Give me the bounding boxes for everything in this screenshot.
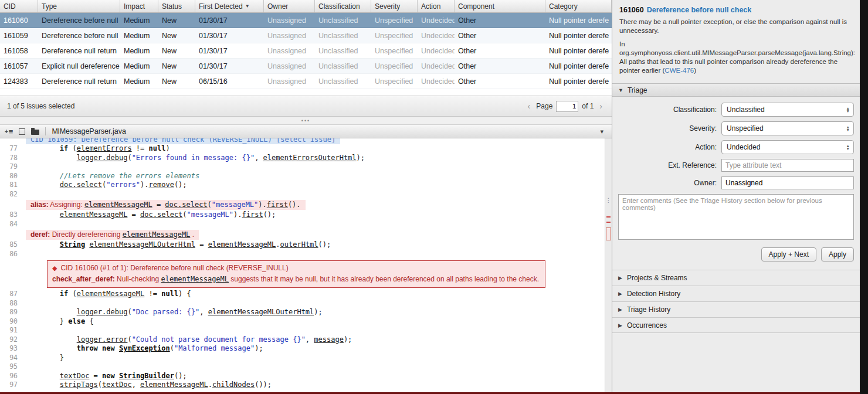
pane-splitter-handle[interactable]: ••• <box>0 117 612 124</box>
code-identifier-link[interactable]: elementErrorsOuterHtml <box>263 154 357 162</box>
line-number: 87 <box>0 290 26 299</box>
input-owner[interactable] <box>721 176 854 189</box>
section-detection-history[interactable]: ▶Detection History <box>612 286 860 301</box>
table-row[interactable]: 161058Dereference null returnMediumNew01… <box>0 43 612 59</box>
table-row[interactable]: 161060Dereference before nullMediumNew01… <box>0 13 612 28</box>
cell: Unclassified <box>315 77 371 86</box>
line-number: 77 <box>0 144 26 154</box>
column-header-owner[interactable]: Owner <box>264 0 315 12</box>
event-marker <box>606 216 611 218</box>
left-pane: CIDTypeImpactStatusFirst Detected▼OwnerC… <box>0 0 612 394</box>
cell: Unassigned <box>264 77 315 86</box>
column-header-label: Type <box>42 2 57 11</box>
comments-textarea[interactable] <box>618 194 854 240</box>
cell: Undecided <box>418 62 455 70</box>
column-header-component[interactable]: Component <box>455 0 545 12</box>
column-header-type[interactable]: Type <box>38 0 120 12</box>
code-identifier-link[interactable]: elementMessageMLOuterHtml <box>208 308 314 316</box>
code-identifier-link[interactable]: elementMessageML <box>161 275 229 283</box>
table-row[interactable]: 161059Dereference before nullMediumNew01… <box>0 28 612 43</box>
code-identifier-link[interactable]: logger.debug <box>77 154 128 162</box>
issue-type-title[interactable]: Dereference before null check <box>647 6 752 14</box>
code-identifier-link[interactable]: remove <box>149 181 174 189</box>
scrollbar-thumb[interactable] <box>606 227 611 240</box>
code-identifier-link[interactable]: elementMessageML <box>140 381 208 389</box>
cell: Other <box>455 47 545 55</box>
select-action[interactable]: Undecided▲▼ <box>721 140 854 154</box>
column-header-impact[interactable]: Impact <box>120 0 158 12</box>
next-page-button[interactable]: › <box>597 101 605 111</box>
folder-icon[interactable] <box>31 130 39 135</box>
code-scrollbar[interactable]: ⋮ <box>605 138 612 392</box>
code-identifier-link[interactable]: doc.select <box>165 201 207 209</box>
line-number: 97 <box>0 381 26 390</box>
selection-status: 1 of 5 issues selected <box>7 102 525 110</box>
issue-description: In org.symphonyoss.client.util.MlMessage… <box>619 40 853 75</box>
input-ext-reference[interactable] <box>721 159 854 172</box>
code-identifier-link[interactable]: String <box>60 240 85 249</box>
button-apply[interactable]: Apply <box>821 247 854 261</box>
sort-desc-icon: ▼ <box>245 4 250 9</box>
button-apply-next[interactable]: Apply + Next <box>761 247 816 261</box>
select-classification[interactable]: Unclassified▲▼ <box>721 103 854 117</box>
source-filename: MlMessageParser.java <box>52 127 126 135</box>
code-line: 86 <box>0 250 605 259</box>
code-identifier-link[interactable]: message <box>314 335 344 344</box>
event-line-partial[interactable]: CID 161059: Dereference before null chec… <box>0 138 605 144</box>
column-header-label: Impact <box>124 2 145 11</box>
cell: Dereference before null <box>38 32 120 40</box>
code-identifier-link[interactable]: first <box>267 201 288 209</box>
column-header-classification[interactable]: Classification <box>315 0 371 12</box>
code-identifier-link[interactable]: first <box>242 210 263 219</box>
code-identifier-link[interactable]: elementMessageML <box>77 290 145 298</box>
code-identifier-link[interactable]: SymException <box>119 344 170 352</box>
code-identifier-link[interactable]: elementMessageML <box>208 240 276 249</box>
code-identifier-link[interactable]: textDoc <box>60 372 90 380</box>
column-header-severity[interactable]: Severity <box>371 0 418 12</box>
file-dropdown-icon[interactable]: ▾ <box>600 128 607 135</box>
code-identifier-link[interactable]: elementErrors <box>77 144 132 152</box>
cell: Medium <box>120 32 158 40</box>
table-row[interactable]: 161057Explicit null dereferenceMediumNew… <box>0 59 612 74</box>
cell: Null pointer derefe <box>545 62 612 70</box>
table-row[interactable]: 124383Dereference null returnMediumNew06… <box>0 74 612 89</box>
triage-section-header[interactable]: ▼ Triage <box>612 83 860 97</box>
form-row: Action:Undecided▲▼ <box>612 140 860 154</box>
column-header-category[interactable]: Category <box>545 0 612 12</box>
code-identifier-link[interactable]: elementMessageML <box>60 210 128 219</box>
code-identifier-link[interactable]: elementMessageMLOuterHtml <box>89 240 195 249</box>
section-triage-history[interactable]: ▶Triage History <box>612 301 860 317</box>
select-severity[interactable]: Unspecified▲▼ <box>721 121 854 135</box>
code-lines[interactable]: CID 161059: Dereference before null chec… <box>0 138 605 392</box>
section-projects-streams[interactable]: ▶Projects & Streams <box>612 270 860 286</box>
code-identifier-link[interactable]: textDoc <box>102 381 132 389</box>
column-header-action[interactable]: Action <box>418 0 455 12</box>
page-number-input[interactable] <box>556 101 578 112</box>
chevron-down-icon: ▼ <box>618 87 623 93</box>
code-identifier-link[interactable]: outerHtml <box>280 240 318 249</box>
cell: 161057 <box>0 62 38 70</box>
code-identifier-link[interactable]: childNodes <box>212 381 255 389</box>
field-label-action: Action: <box>612 143 721 151</box>
prev-page-button[interactable]: ‹ <box>525 101 533 111</box>
code-identifier-link[interactable]: doc.select <box>60 181 102 189</box>
column-header-cid[interactable]: CID <box>0 0 38 12</box>
code-identifier-link[interactable]: stripTags <box>60 381 98 389</box>
line-number: 94 <box>0 354 26 363</box>
code-identifier-link[interactable]: logger.debug <box>77 308 128 316</box>
cell: Null pointer derefe <box>545 47 612 55</box>
toggle-events-icon[interactable]: +≡ <box>5 127 13 136</box>
code-identifier-link[interactable]: StringBuilder <box>119 372 174 380</box>
expand-view-icon[interactable] <box>19 128 25 135</box>
cell: New <box>158 47 195 55</box>
column-header-first-detected[interactable]: First Detected▼ <box>195 0 264 12</box>
section-label: Triage History <box>627 305 670 314</box>
cwe-link[interactable]: CWE-476 <box>664 67 694 74</box>
code-identifier-link[interactable]: logger.error <box>77 335 128 344</box>
code-identifier-link[interactable]: doc.select <box>140 210 182 219</box>
event-marker <box>606 222 611 223</box>
code-identifier-link[interactable]: elementMessageML <box>123 230 191 239</box>
section-occurrences[interactable]: ▶Occurrences <box>612 317 860 333</box>
column-header-status[interactable]: Status <box>158 0 195 12</box>
code-identifier-link[interactable]: elementMessageML <box>84 201 152 209</box>
